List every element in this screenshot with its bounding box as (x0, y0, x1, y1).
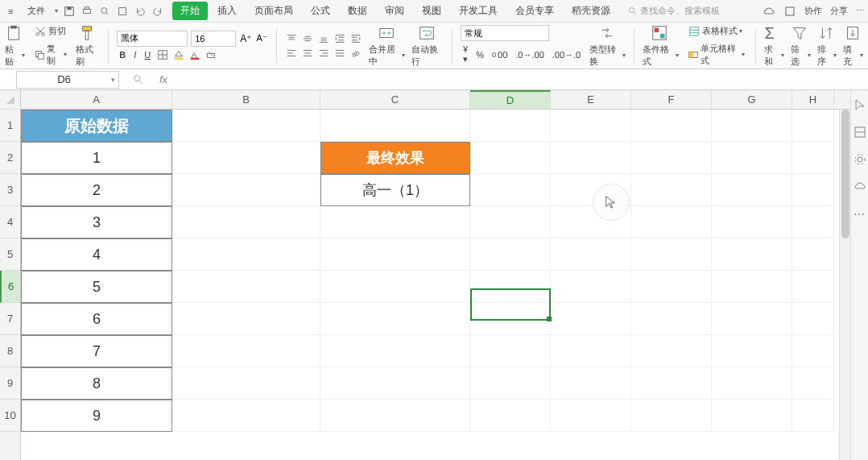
cell-g7[interactable] (712, 303, 792, 335)
comma-icon[interactable]: 000 (490, 48, 510, 61)
cell-g3[interactable] (712, 174, 792, 206)
cond-format-button[interactable]: 条件格式▾ (643, 24, 679, 68)
row-header-5[interactable]: 5 (0, 238, 20, 271)
col-header-h[interactable]: H (792, 90, 834, 109)
row-header-9[interactable]: 9 (0, 367, 20, 400)
tab-pagelayout[interactable]: 页面布局 (246, 2, 301, 20)
decrease-font-icon[interactable]: A⁻ (255, 32, 268, 45)
cell-a10[interactable]: 9 (21, 400, 172, 432)
cell-a7[interactable]: 6 (21, 303, 172, 335)
cell-b3[interactable] (172, 174, 320, 206)
cell-g8[interactable] (712, 335, 792, 367)
scrollbar-thumb[interactable] (841, 110, 849, 238)
cell-b6[interactable] (172, 271, 320, 303)
fx-search-icon[interactable] (132, 73, 145, 86)
cell-h5[interactable] (792, 238, 834, 271)
redo-icon[interactable] (151, 5, 164, 18)
cell-c1[interactable] (320, 110, 470, 142)
cell-e4[interactable] (551, 206, 631, 238)
cell-h9[interactable] (792, 367, 834, 400)
print-icon[interactable] (81, 5, 93, 18)
cell-h6[interactable] (792, 271, 834, 303)
export-icon[interactable] (116, 5, 129, 18)
cell-d2[interactable] (470, 142, 551, 174)
col-header-g[interactable]: G (712, 90, 792, 109)
justify-icon[interactable] (333, 47, 346, 60)
cell-f10[interactable] (631, 400, 712, 432)
increase-font-icon[interactable]: A⁺ (239, 32, 252, 45)
cell-f7[interactable] (631, 303, 712, 335)
cells-area[interactable]: 原始数据 1 最终效果 2 (21, 110, 868, 432)
cell-a2[interactable]: 1 (21, 142, 172, 174)
cell-g9[interactable] (712, 367, 792, 400)
cell-d3[interactable] (470, 174, 551, 206)
cell-f5[interactable] (631, 238, 712, 271)
paste-button[interactable]: 粘贴▾ (5, 24, 25, 68)
cell-b2[interactable] (172, 142, 320, 174)
cell-a8[interactable]: 7 (21, 335, 172, 367)
cell-a9[interactable]: 8 (21, 367, 172, 400)
format-painter-button[interactable]: 格式刷 (76, 24, 100, 68)
cell-c6[interactable] (320, 271, 470, 303)
cell-a5[interactable]: 4 (21, 238, 172, 271)
cell-b1[interactable] (172, 110, 320, 142)
row-header-6[interactable]: 6 (0, 271, 20, 303)
preview-icon[interactable] (98, 5, 111, 18)
cell-c10[interactable] (320, 400, 470, 432)
decrease-decimal-icon[interactable]: .00→.0 (550, 48, 583, 61)
wrap-text-button[interactable]: 自动换行 (411, 24, 444, 68)
tab-member[interactable]: 会员专享 (507, 2, 562, 20)
filter-button[interactable]: 筛选▾ (791, 24, 811, 68)
tab-formula[interactable]: 公式 (303, 2, 338, 20)
cell-b10[interactable] (172, 400, 320, 432)
fill-color-icon[interactable] (172, 48, 185, 61)
type-convert-button[interactable]: 类型转换▾ (589, 24, 626, 68)
cell-d10[interactable] (470, 400, 551, 432)
col-header-a[interactable]: A (21, 90, 172, 109)
cell-f6[interactable] (631, 271, 712, 303)
cell-f2[interactable] (631, 142, 712, 174)
font-size-select[interactable] (191, 31, 236, 47)
cell-f3[interactable] (631, 174, 712, 206)
cut-button[interactable]: 剪切 (31, 23, 70, 39)
select-all-corner[interactable] (0, 90, 20, 110)
row-header-8[interactable]: 8 (0, 335, 20, 367)
cell-b7[interactable] (172, 303, 320, 335)
col-header-f[interactable]: F (631, 90, 712, 109)
cell-d9[interactable] (470, 367, 551, 400)
sort-button[interactable]: 排序▾ (817, 24, 837, 68)
col-header-c[interactable]: C (320, 90, 470, 109)
cell-f9[interactable] (631, 367, 712, 400)
row-header-4[interactable]: 4 (0, 206, 20, 238)
cell-c8[interactable] (320, 335, 470, 367)
row-header-7[interactable]: 7 (0, 303, 20, 335)
tab-start[interactable]: 开始 (172, 2, 208, 20)
skin-icon[interactable] (783, 5, 796, 18)
col-header-e[interactable]: E (551, 90, 631, 109)
cell-a1[interactable]: 原始数据 (21, 110, 172, 142)
name-box[interactable]: D6 ▾ (16, 71, 119, 89)
increase-decimal-icon[interactable]: .0→.00 (513, 48, 546, 61)
cell-h2[interactable] (792, 142, 834, 174)
row-header-2[interactable]: 2 (0, 142, 20, 174)
tab-dev[interactable]: 开发工具 (451, 2, 506, 20)
orientation-icon[interactable]: ab (349, 47, 362, 60)
cell-c5[interactable] (320, 238, 470, 271)
copy-button[interactable]: 复制▾ (31, 41, 70, 68)
cell-h1[interactable] (792, 110, 834, 142)
indent-right-icon[interactable] (349, 32, 362, 45)
cell-f4[interactable] (631, 206, 712, 238)
sidebar-select-icon[interactable] (854, 98, 866, 111)
cell-style-button[interactable]: 单元格样式▾ (685, 41, 748, 68)
underline-button[interactable]: U (142, 48, 153, 61)
tab-view[interactable]: 视图 (414, 2, 449, 20)
cell-h8[interactable] (792, 335, 834, 367)
indent-left-icon[interactable] (333, 32, 346, 45)
tab-resource[interactable]: 稻壳资源 (564, 2, 618, 20)
cell-c9[interactable] (320, 367, 470, 400)
sidebar-settings-icon[interactable] (854, 153, 866, 166)
cell-d1[interactable] (470, 110, 551, 142)
col-header-b[interactable]: B (172, 90, 320, 109)
cell-c7[interactable] (320, 303, 470, 335)
share-label[interactable]: 分享 (830, 5, 848, 17)
